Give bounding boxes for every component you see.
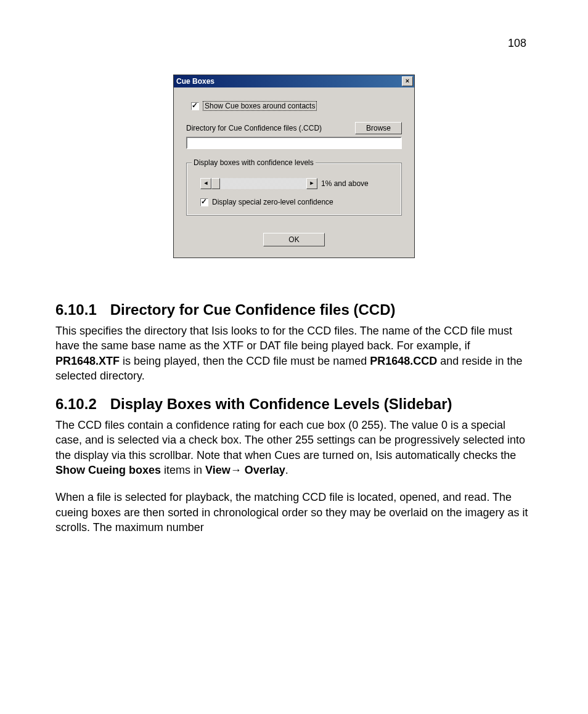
section-6-10-1-heading: 6.10.1Directory for Cue Confidence files… <box>55 301 533 318</box>
ccd-directory-label: Directory for Cue Confidence files (.CCD… <box>186 124 322 132</box>
confidence-slider[interactable]: ◄ ► <box>200 178 317 189</box>
dialog-screenshot: Cue Boxes × Show Cue boxes around contac… <box>55 75 533 258</box>
confidence-groupbox: Display boxes with confidence levels ◄ ►… <box>186 163 402 216</box>
slider-left-arrow-icon[interactable]: ◄ <box>200 178 211 189</box>
show-cue-label: Show Cue boxes around contacts <box>203 101 317 111</box>
ccd-directory-input[interactable] <box>186 137 402 149</box>
slider-thumb[interactable] <box>211 178 220 189</box>
cue-boxes-dialog: Cue Boxes × Show Cue boxes around contac… <box>173 75 415 258</box>
section-6-10-1-paragraph: This specifies the directory that Isis l… <box>55 323 533 383</box>
ok-button[interactable]: OK <box>263 233 325 246</box>
section-number: 6.10.1 <box>55 301 97 318</box>
section-title: Directory for Cue Confidence files (CCD) <box>110 301 396 318</box>
zero-level-checkbox[interactable] <box>200 198 208 206</box>
page-number: 108 <box>55 37 533 50</box>
section-6-10-2-paragraph-1: The CCD files contain a confidence ratin… <box>55 418 533 477</box>
browse-button[interactable]: Browse <box>355 122 402 134</box>
section-title: Display Boxes with Confidence Levels (Sl… <box>110 396 452 412</box>
section-6-10-2-paragraph-2: When a file is selected for playback, th… <box>55 490 533 535</box>
section-6-10-2-heading: 6.10.2Display Boxes with Confidence Leve… <box>55 396 533 413</box>
groupbox-legend: Display boxes with confidence levels <box>192 158 316 167</box>
dialog-title: Cue Boxes <box>176 77 214 86</box>
slider-right-arrow-icon[interactable]: ► <box>306 178 317 189</box>
zero-level-label: Display special zero-level confidence <box>212 198 333 206</box>
close-button[interactable]: × <box>402 76 413 86</box>
slider-track[interactable] <box>211 178 306 189</box>
show-cue-checkbox[interactable] <box>191 102 199 110</box>
dialog-titlebar: Cue Boxes × <box>174 75 414 87</box>
slider-value-label: 1% and above <box>321 179 369 188</box>
section-number: 6.10.2 <box>55 396 97 413</box>
